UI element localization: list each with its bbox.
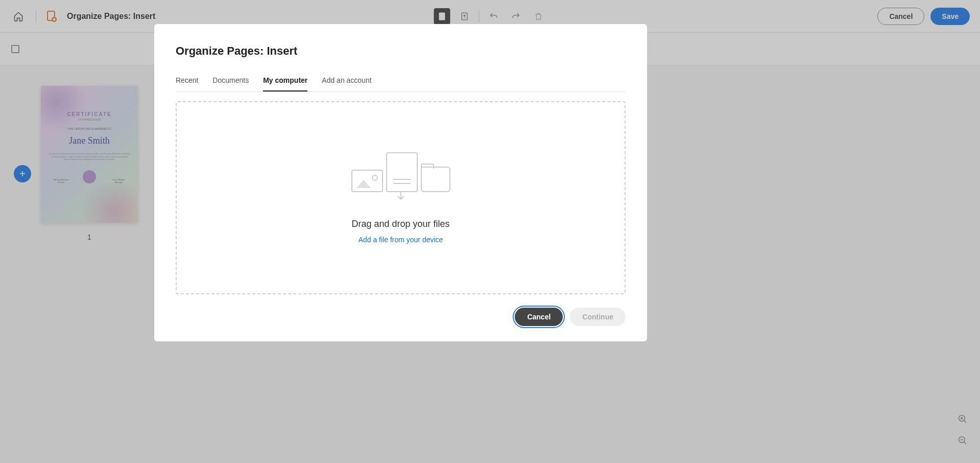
tab-my-computer[interactable]: My computer [263,70,307,91]
modal-footer: Cancel Continue [176,308,626,326]
tab-documents[interactable]: Documents [212,70,249,91]
modal-continue-button[interactable]: Continue [570,308,626,326]
modal-tabs: Recent Documents My computer Add an acco… [176,70,626,92]
insert-modal: Organize Pages: Insert Recent Documents … [154,24,647,341]
document-icon [386,152,418,192]
folder-icon [421,167,450,192]
modal-cancel-button[interactable]: Cancel [515,308,563,326]
dropzone-title: Drag and drop your files [351,219,449,229]
dropzone-illustration [351,152,450,202]
image-icon [351,170,383,192]
add-file-link[interactable]: Add a file from your device [358,236,443,244]
modal-title: Organize Pages: Insert [176,44,626,58]
tab-recent[interactable]: Recent [176,70,198,91]
tab-add-account[interactable]: Add an account [322,70,371,91]
dropzone[interactable]: Drag and drop your files Add a file from… [176,101,626,294]
